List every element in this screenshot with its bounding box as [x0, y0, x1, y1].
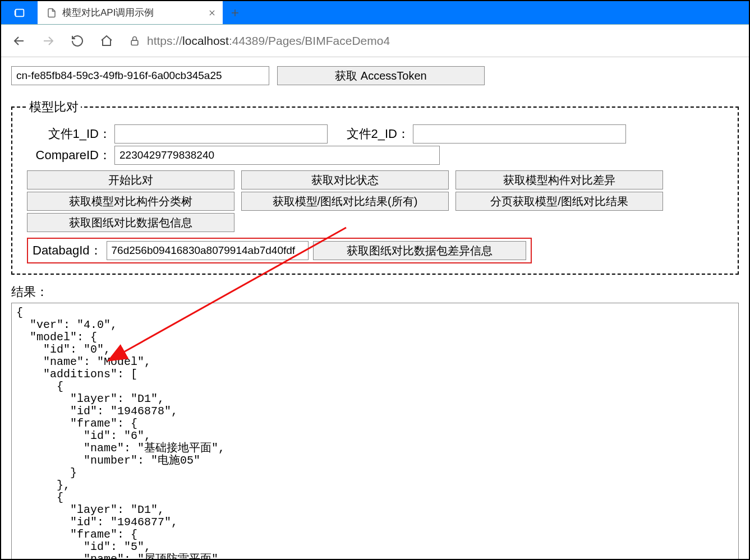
svg-rect-8: [131, 40, 138, 45]
refresh-button[interactable]: [65, 29, 90, 53]
arrow-left-icon: [12, 34, 26, 48]
file1-label: 文件1_ID：: [27, 126, 111, 142]
svg-rect-0: [15, 9, 24, 16]
page-content: 获取 AccessToken 模型比对 文件1_ID： 文件2_ID： Comp…: [1, 57, 749, 560]
file2-input[interactable]: [413, 124, 626, 144]
file-ids-row: 文件1_ID： 文件2_ID：: [27, 124, 723, 144]
databag-id-input[interactable]: [107, 241, 309, 260]
fieldset-legend: 模型比对: [27, 99, 81, 115]
browser-window: 模型对比API调用示例: [0, 0, 750, 560]
back-button[interactable]: [7, 29, 31, 53]
document-icon: [47, 8, 57, 18]
titlebar: 模型对比API调用示例: [1, 1, 749, 25]
forward-button[interactable]: [36, 29, 61, 53]
address-bar: https://localhost:44389/Pages/BIMFaceDem…: [1, 25, 749, 57]
get-drawing-databag-info-button[interactable]: 获取图纸对比数据包信息: [27, 213, 234, 232]
tabs-overview-button[interactable]: [1, 1, 38, 24]
databag-id-label: DatabagId：: [33, 242, 102, 259]
token-row: 获取 AccessToken: [11, 66, 739, 85]
svg-rect-1: [14, 10, 15, 15]
tab-title: 模型对比API调用示例: [62, 6, 201, 19]
browser-tab-active[interactable]: 模型对比API调用示例: [38, 1, 223, 24]
compare-fieldset: 模型比对 文件1_ID： 文件2_ID： CompareID： 开始比对 获取对…: [11, 99, 739, 275]
databag-highlight-row: DatabagId： 获取图纸对比数据包差异信息: [27, 238, 532, 263]
access-token-input[interactable]: [11, 66, 269, 85]
file1-input[interactable]: [114, 124, 328, 144]
home-icon: [100, 34, 113, 48]
new-tab-button[interactable]: [223, 1, 247, 24]
compare-id-label: CompareID：: [27, 147, 111, 164]
get-all-compare-results-button[interactable]: 获取模型/图纸对比结果(所有): [241, 192, 449, 211]
get-access-token-button[interactable]: 获取 AccessToken: [277, 66, 485, 85]
get-paged-compare-results-button[interactable]: 分页获取模型/图纸对比结果: [455, 192, 663, 211]
tab-close-button[interactable]: [207, 8, 217, 18]
start-compare-button[interactable]: 开始比对: [27, 170, 234, 189]
get-drawing-databag-diff-button[interactable]: 获取图纸对比数据包差异信息: [313, 241, 526, 260]
get-model-compare-tree-button[interactable]: 获取模型对比构件分类树: [27, 192, 234, 211]
close-icon: [208, 9, 216, 17]
result-label: 结果：: [11, 284, 739, 300]
get-model-component-diff-button[interactable]: 获取模型构件对比差异: [455, 170, 663, 189]
url-path: :44389/Pages/BIMFaceDemo4: [229, 34, 390, 47]
home-button[interactable]: [94, 29, 119, 53]
url-field[interactable]: https://localhost:44389/Pages/BIMFaceDem…: [123, 34, 743, 48]
get-compare-status-button[interactable]: 获取对比状态: [241, 170, 449, 189]
plus-icon: [230, 8, 240, 18]
arrow-right-icon: [42, 34, 55, 48]
url-host: localhost: [182, 34, 229, 47]
compare-id-input[interactable]: [114, 146, 440, 165]
tabs-overview-icon: [13, 7, 26, 19]
button-grid: 开始比对 获取对比状态 获取模型构件对比差异 获取模型对比构件分类树 获取模型/…: [27, 170, 723, 232]
lock-icon: [129, 35, 140, 47]
refresh-icon: [71, 34, 84, 48]
result-textarea[interactable]: { "ver": "4.0", "model": { "id": "0", "n…: [11, 303, 739, 560]
compare-id-row: CompareID：: [27, 146, 723, 165]
url-text: https://localhost:44389/Pages/BIMFaceDem…: [147, 34, 390, 48]
url-scheme: https://: [147, 34, 182, 47]
file2-label: 文件2_ID：: [337, 126, 409, 142]
